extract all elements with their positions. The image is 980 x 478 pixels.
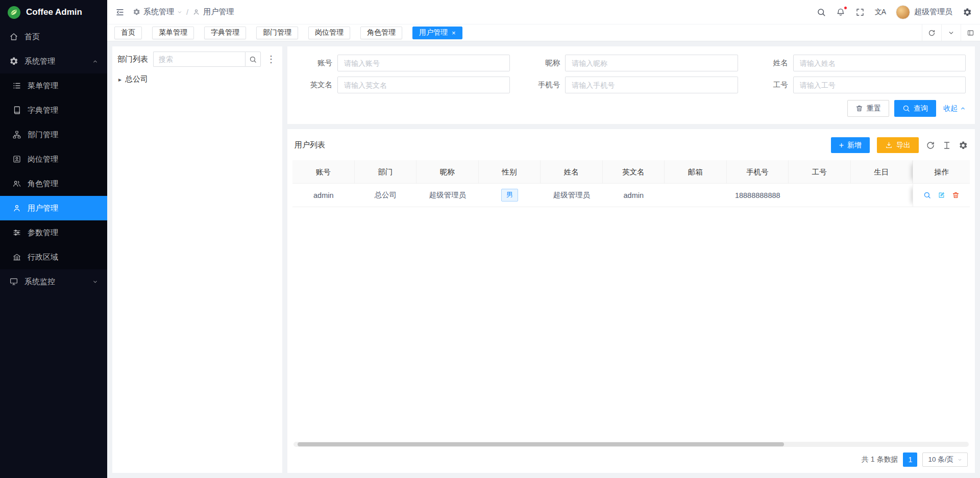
sidebar-item-label: 首页 [24, 32, 40, 42]
sidebar-item-admin-region[interactable]: 行政区域 [0, 245, 107, 269]
fullscreen-icon[interactable] [855, 8, 865, 17]
cell-account: admin [292, 184, 355, 207]
department-panel-title: 部门列表 [117, 55, 148, 64]
user-menu[interactable]: 超级管理员 [896, 5, 952, 19]
delete-icon[interactable] [952, 191, 960, 199]
col-gender: 性别 [479, 160, 541, 184]
sidebar-item-label: 行政区域 [28, 253, 58, 262]
app-logo: Coffee Admin [0, 0, 107, 24]
tab-bar: 首页 菜单管理 字典管理 部门管理 岗位管理 角色管理 用户管理× [107, 24, 980, 41]
sidebar-item-post-management[interactable]: 岗位管理 [0, 147, 107, 171]
settings-gear-icon[interactable] [963, 8, 972, 17]
tab-post-management[interactable]: 岗位管理 [308, 27, 350, 39]
field-en-name: 英文名 [297, 77, 510, 93]
sidebar-item-home[interactable]: 首页 [0, 24, 107, 49]
sidebar-item-label: 用户管理 [28, 204, 58, 213]
top-header: 系统管理 / 用户管理 文A 超级管理员 [107, 0, 980, 24]
tab-home[interactable]: 首页 [114, 27, 142, 39]
page-number-button[interactable]: 1 [903, 452, 917, 467]
sidebar-item-role-management[interactable]: 角色管理 [0, 171, 107, 196]
nickname-input[interactable] [565, 55, 738, 71]
chevron-up-icon [92, 59, 98, 64]
gender-badge: 男 [501, 189, 518, 201]
notification-bell-icon[interactable] [836, 8, 845, 17]
chevron-down-icon [177, 10, 182, 15]
breadcrumb-root-label: 系统管理 [143, 7, 174, 17]
sidebar-system-submenu: 菜单管理 字典管理 部门管理 岗位管理 角色管理 [0, 73, 107, 269]
dictionary-icon [12, 106, 21, 115]
department-search-button[interactable] [245, 52, 261, 67]
user-list-header: 用户列表 + 新增 导出 [292, 134, 970, 160]
breadcrumb-current-label: 用户管理 [203, 7, 234, 17]
sidebar-item-label: 字典管理 [28, 106, 58, 115]
phone-input[interactable] [565, 77, 738, 93]
name-input[interactable] [793, 55, 966, 71]
column-settings-gear-icon[interactable] [959, 141, 968, 150]
en-name-input[interactable] [337, 77, 510, 93]
scrollbar-thumb[interactable] [298, 442, 784, 446]
gear-icon [133, 8, 140, 16]
refresh-icon[interactable] [926, 141, 935, 150]
field-label: 昵称 [524, 58, 565, 68]
collapse-link[interactable]: 收起 [943, 104, 966, 113]
work-no-input[interactable] [793, 77, 966, 93]
department-search-input[interactable] [153, 52, 245, 67]
account-input[interactable] [337, 55, 510, 71]
sidebar-item-user-management[interactable]: 用户管理 [0, 196, 107, 220]
coffee-logo-icon [7, 6, 21, 19]
query-button[interactable]: 查询 [894, 100, 936, 117]
sidebar-group-system[interactable]: 系统管理 [0, 49, 107, 73]
sidebar-item-dict-management[interactable]: 字典管理 [0, 98, 107, 122]
export-button[interactable]: 导出 [877, 137, 919, 153]
tree-node-head-office[interactable]: ▸ 总公司 [117, 73, 277, 86]
view-detail-icon[interactable] [923, 191, 931, 199]
row-height-icon[interactable] [942, 141, 951, 150]
col-birthday: 生日 [851, 160, 913, 184]
sidebar-item-dept-management[interactable]: 部门管理 [0, 122, 107, 147]
sidebar-item-param-management[interactable]: 参数管理 [0, 220, 107, 245]
reset-button[interactable]: 重置 [847, 100, 889, 117]
add-button[interactable]: + 新增 [831, 137, 870, 153]
sidebar-group-label: 系统管理 [24, 57, 55, 66]
chevron-down-icon[interactable] [941, 24, 961, 41]
sidebar-item-label: 菜单管理 [28, 81, 58, 91]
tab-dict-management[interactable]: 字典管理 [204, 27, 246, 39]
sidebar-item-menu-management[interactable]: 菜单管理 [0, 73, 107, 98]
refresh-icon[interactable] [922, 24, 941, 41]
tab-user-management[interactable]: 用户管理× [412, 27, 462, 39]
translate-icon[interactable]: 文A [875, 8, 886, 17]
more-options-icon[interactable]: ⋮ [265, 54, 277, 65]
cell-dept: 总公司 [355, 184, 417, 207]
breadcrumb: 系统管理 / 用户管理 [133, 7, 234, 17]
tab-menu-management[interactable]: 菜单管理 [152, 27, 194, 39]
layout-toggle-icon[interactable] [961, 24, 980, 41]
breadcrumb-system[interactable]: 系统管理 [133, 7, 182, 17]
col-work-no: 工号 [789, 160, 851, 184]
pagination: 共 1 条数据 1 10 条/页 [292, 447, 970, 470]
bank-icon [12, 253, 21, 262]
field-label: 姓名 [752, 58, 793, 68]
table-empty-space [292, 207, 970, 442]
tab-role-management[interactable]: 角色管理 [360, 27, 402, 39]
col-phone: 手机号 [727, 160, 789, 184]
close-icon[interactable]: × [452, 30, 456, 36]
field-label: 账号 [297, 58, 337, 68]
total-count-text: 共 1 条数据 [862, 455, 898, 464]
col-email: 邮箱 [665, 160, 727, 184]
tree-expand-arrow-icon[interactable]: ▸ [118, 76, 121, 83]
sidebar-item-label: 岗位管理 [28, 155, 58, 164]
sidebar-group-monitor[interactable]: 系统监控 [0, 269, 107, 294]
field-name: 姓名 [752, 55, 966, 71]
cell-work-no [789, 184, 851, 207]
cell-en-name: admin [603, 184, 665, 207]
col-name: 姓名 [541, 160, 603, 184]
menu-fold-icon[interactable] [115, 8, 125, 17]
global-search-icon[interactable] [817, 8, 826, 17]
table-row: admin 总公司 超级管理员 男 超级管理员 admin 1888888888… [292, 184, 970, 207]
tab-dept-management[interactable]: 部门管理 [256, 27, 298, 39]
page-size-select[interactable]: 10 条/页 [922, 452, 968, 467]
edit-icon[interactable] [938, 191, 945, 199]
user-list-card: 用户列表 + 新增 导出 [287, 129, 975, 473]
sidebar-group-label: 系统监控 [24, 277, 55, 287]
home-icon [9, 32, 18, 41]
